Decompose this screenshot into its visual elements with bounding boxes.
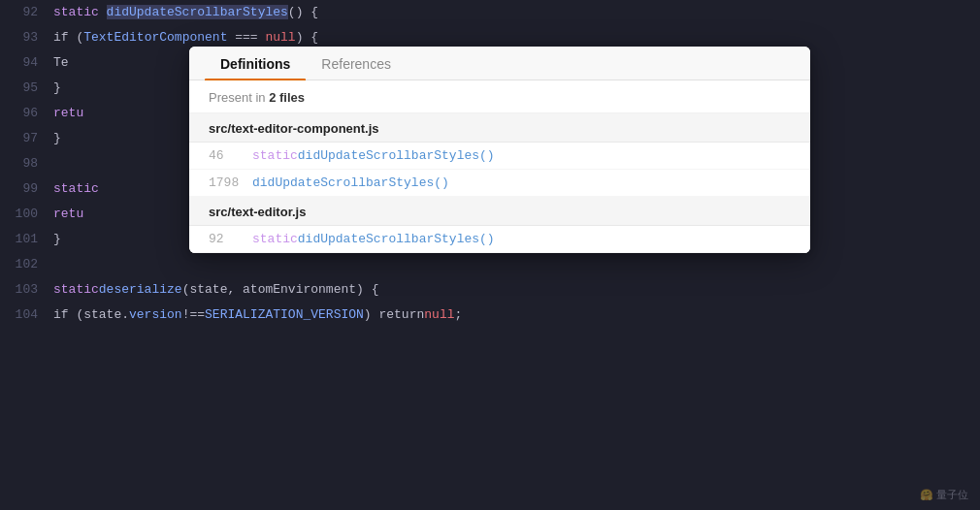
line-number: 98 <box>0 151 53 176</box>
result-line-92[interactable]: 92 static didUpdateScrollbarStyles() <box>189 226 810 253</box>
code-line-103: 103 static deserialize(state, atomEnviro… <box>0 277 980 303</box>
watermark: 🤗 量子位 <box>920 488 968 502</box>
line-number: 101 <box>0 227 53 252</box>
present-in-label: Present in 2 files <box>189 80 810 113</box>
line-number: 103 <box>0 277 53 303</box>
file-header-1: src/text-editor-component.js <box>189 113 810 143</box>
line-number: 99 <box>0 176 53 202</box>
code-line-92: 92 static didUpdateScrollbarStyles() { <box>0 0 980 25</box>
line-number: 100 <box>0 202 53 227</box>
line-number: 93 <box>0 25 53 50</box>
line-number: 96 <box>0 101 53 126</box>
code-line-102: 102 <box>0 252 980 277</box>
line-number: 95 <box>0 76 53 101</box>
file-section-1: src/text-editor-component.js 46 static d… <box>189 113 810 197</box>
line-number: 104 <box>0 303 53 328</box>
line-number: 94 <box>0 50 53 76</box>
file-section-2: src/text-editor.js 92 static didUpdateSc… <box>189 197 810 253</box>
code-line-104: 104 if (state.version !== SERIALIZATION_… <box>0 303 980 328</box>
tab-definitions[interactable]: Definitions <box>205 47 306 80</box>
line-number: 92 <box>0 0 53 25</box>
line-number: 102 <box>0 252 53 277</box>
result-line-46[interactable]: 46 static didUpdateScrollbarStyles() <box>189 143 810 170</box>
popup-tabs: Definitions References <box>189 47 810 80</box>
file-header-2: src/text-editor.js <box>189 197 810 226</box>
line-number: 97 <box>0 126 53 151</box>
tab-references[interactable]: References <box>306 47 407 80</box>
result-line-1798[interactable]: 1798 didUpdateScrollbarStyles() <box>189 170 810 197</box>
popup-body: Present in 2 files src/text-editor-compo… <box>189 80 810 253</box>
definitions-popup: Definitions References Present in 2 file… <box>189 47 810 253</box>
